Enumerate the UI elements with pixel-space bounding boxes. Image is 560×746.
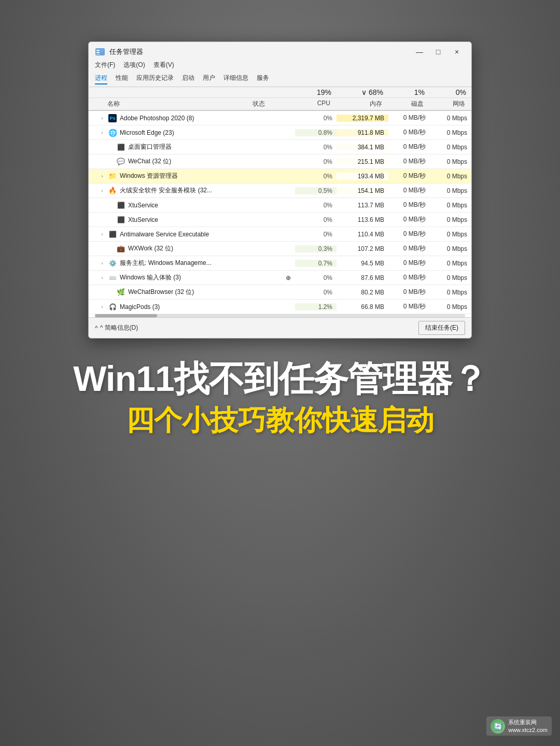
expand-arrow[interactable]: › <box>99 130 105 136</box>
table-row[interactable]: › 🌐 Microsoft Edge (23) 0.8% 911.8 MB 0 … <box>89 125 471 140</box>
expand-arrow[interactable]: › <box>99 188 105 194</box>
brief-info-btn[interactable]: ^ ^ 简略信息(D) <box>95 323 138 332</box>
process-memory: 110.4 MB <box>337 231 388 238</box>
close-button[interactable]: × <box>449 46 465 58</box>
process-label: XtuService <box>128 202 248 209</box>
watermark-site: 系统重装网 <box>508 719 548 726</box>
title-bar-left: 任务管理器 <box>95 47 143 57</box>
table-row[interactable]: 💬 WeChat (32 位) 0% 215.1 MB 0 MB/秒 0 Mbp… <box>89 154 471 169</box>
maximize-button[interactable]: □ <box>430 46 446 58</box>
process-memory: 80.2 MB <box>337 289 388 296</box>
tab-users[interactable]: 用户 <box>203 74 215 85</box>
process-network: 0 Mbps <box>430 115 471 122</box>
table-row[interactable]: › ⌨️ Windows 输入体验 (3) ⊕ 0% 87.6 MB 0 MB/… <box>89 271 471 285</box>
table-row[interactable]: › ⚙️ 服务主机: Windows Manageme... 0.7% 94.5… <box>89 256 471 271</box>
table-row[interactable]: › 🔥 火绒安全软件 安全服务模块 (32... 0.5% 154.1 MB 0… <box>89 184 471 198</box>
menu-view[interactable]: 查看(V) <box>153 61 174 69</box>
table-row[interactable]: ⬛ XtuService 0% 113.7 MB 0 MB/秒 0 Mbps <box>89 198 471 213</box>
process-cpu: 0% <box>295 274 337 281</box>
process-icon-service: ⬛ <box>117 216 125 224</box>
process-label: 服务主机: Windows Manageme... <box>120 259 248 268</box>
status-bar: ^ ^ 简略信息(D) 结束任务(E) <box>89 317 471 338</box>
watermark-text: 系统重装网 www.xtcz2.com <box>508 719 548 734</box>
process-cpu: 0.5% <box>295 187 337 194</box>
process-name: › ⚙️ 服务主机: Windows Manageme... <box>89 259 248 268</box>
process-name: › 📁 Windows 资源管理器 <box>89 172 248 180</box>
process-cpu: 0% <box>295 202 337 209</box>
minimize-button[interactable]: — <box>411 46 428 58</box>
tab-details[interactable]: 详细信息 <box>223 74 248 85</box>
end-task-button[interactable]: 结束任务(E) <box>418 321 465 335</box>
process-memory: 384.1 MB <box>337 144 388 151</box>
table-row[interactable]: › 📁 Windows 资源管理器 0% 193.4 MB 0 MB/秒 0 M… <box>89 169 471 184</box>
cpu-stat: 19% <box>295 88 337 96</box>
watermark: 🔄 系统重装网 www.xtcz2.com <box>486 716 552 736</box>
table-row[interactable]: 🌿 WeChatBrowser (32 位) 0% 80.2 MB 0 MB/秒… <box>89 285 471 300</box>
memory-percent: ∨ 68% <box>361 88 383 96</box>
process-memory: 154.1 MB <box>337 187 388 194</box>
expand-arrow[interactable]: › <box>99 231 105 237</box>
process-table: 19% ∨ 68% 1% 0% 名称 状态 CPU 内存 <box>89 87 471 317</box>
process-network: 0 Mbps <box>430 289 471 296</box>
svg-rect-2 <box>96 52 100 53</box>
col-name[interactable]: 名称 <box>89 100 248 108</box>
process-network: 0 Mbps <box>430 260 471 267</box>
expand-arrow[interactable]: › <box>99 275 105 281</box>
expand-arrow[interactable]: › <box>99 260 105 266</box>
col-disk[interactable]: 磁盘 <box>388 100 430 108</box>
tab-performance[interactable]: 性能 <box>116 74 128 85</box>
tab-process[interactable]: 进程 <box>95 74 107 85</box>
process-disk: 0 MB/秒 <box>388 114 430 122</box>
table-row[interactable]: 💼 WXWork (32 位) 0.3% 107.2 MB 0 MB/秒 0 M… <box>89 242 471 256</box>
column-headers: 名称 状态 CPU 内存 磁盘 网络 <box>89 98 471 111</box>
process-network: 0 Mbps <box>430 245 471 252</box>
process-network: 0 Mbps <box>430 144 471 151</box>
process-status: ⊕ <box>248 274 295 281</box>
table-row[interactable]: ⬛ 桌面窗口管理器 0% 384.1 MB 0 MB/秒 0 Mbps <box>89 140 471 154</box>
process-disk: 0 MB/秒 <box>388 215 430 224</box>
menu-options[interactable]: 选项(O) <box>123 61 145 69</box>
tab-app-history[interactable]: 应用历史记录 <box>136 74 174 85</box>
process-disk: 0 MB/秒 <box>388 244 430 253</box>
table-row[interactable]: › Ps Adobe Photoshop 2020 (8) 0% 2,319.7… <box>89 111 471 125</box>
process-label: Windows 资源管理器 <box>120 172 248 180</box>
table-row[interactable]: ⬛ XtuService 0% 113.6 MB 0 MB/秒 0 Mbps <box>89 213 471 227</box>
tab-startup[interactable]: 启动 <box>182 74 194 85</box>
process-disk: 0 MB/秒 <box>388 302 430 311</box>
expand-arrow[interactable]: › <box>99 304 105 310</box>
process-network: 0 Mbps <box>430 187 471 194</box>
process-disk: 0 MB/秒 <box>388 230 430 238</box>
process-name: › 🌐 Microsoft Edge (23) <box>89 129 248 137</box>
table-row[interactable]: › ⬛ Antimalware Service Executable 0% 11… <box>89 227 471 242</box>
process-disk: 0 MB/秒 <box>388 288 430 297</box>
process-disk: 0 MB/秒 <box>388 201 430 209</box>
process-icon-wechatbrowser: 🌿 <box>117 288 125 297</box>
process-name: › ⬛ Antimalware Service Executable <box>89 230 248 238</box>
process-icon-input: ⌨️ <box>108 274 117 282</box>
expand-arrow[interactable]: › <box>99 115 105 121</box>
disk-percent: 1% <box>414 88 425 96</box>
tab-bar: 进程 性能 应用历史记录 启动 用户 详细信息 服务 <box>89 72 471 87</box>
process-memory: 113.7 MB <box>337 202 388 209</box>
process-name: 💼 WXWork (32 位) <box>89 244 248 253</box>
expand-arrow[interactable]: › <box>99 173 105 179</box>
process-icon-wechat: 💬 <box>117 158 125 166</box>
menu-bar: 文件(F) 选项(O) 查看(V) <box>89 60 471 72</box>
col-memory[interactable]: 内存 <box>337 100 388 108</box>
process-name: › 🎧 MagicPods (3) <box>89 303 248 311</box>
watermark-icon: 🔄 <box>491 719 505 734</box>
col-network[interactable]: 网络 <box>430 100 471 108</box>
menu-file[interactable]: 文件(F) <box>95 61 115 69</box>
process-icon-server: ⚙️ <box>108 259 117 268</box>
process-cpu: 0% <box>295 144 337 151</box>
taskmanager-icon <box>95 47 105 57</box>
process-memory: 2,319.7 MB <box>337 115 388 122</box>
col-status[interactable]: 状态 <box>248 100 295 108</box>
table-row[interactable]: › 🎧 MagicPods (3) 1.2% 66.8 MB 0 MB/秒 0 … <box>89 300 471 314</box>
process-label: MagicPods (3) <box>120 303 248 311</box>
col-cpu[interactable]: CPU <box>295 100 337 108</box>
process-memory: 911.8 MB <box>337 129 388 136</box>
process-disk: 0 MB/秒 <box>388 273 430 282</box>
tab-services[interactable]: 服务 <box>257 74 269 85</box>
process-cpu: 0.8% <box>295 129 337 136</box>
